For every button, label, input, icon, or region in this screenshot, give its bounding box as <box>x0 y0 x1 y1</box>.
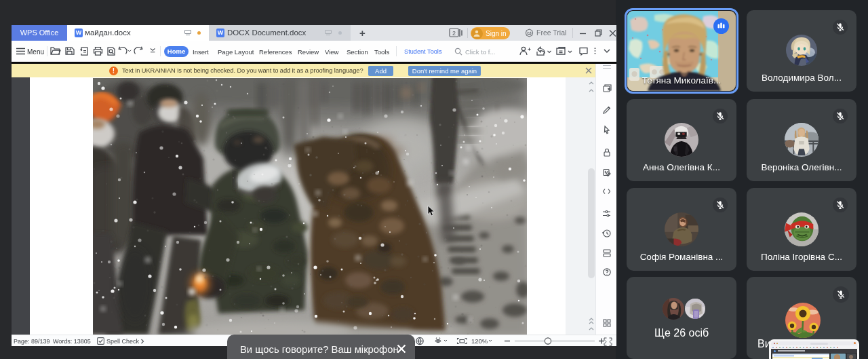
svg-text:120%: 120% <box>471 337 488 345</box>
svg-text:2: 2 <box>452 30 456 37</box>
